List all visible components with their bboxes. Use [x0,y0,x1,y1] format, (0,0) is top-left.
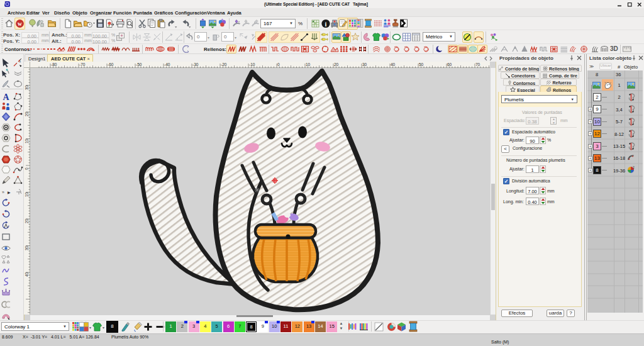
svg-text:A: A [3,92,9,102]
svg-text:2: 2 [633,166,635,169]
svg-text:1: 1 [19,59,21,63]
svg-text:w: w [18,21,22,27]
svg-text:i: i [325,21,327,28]
